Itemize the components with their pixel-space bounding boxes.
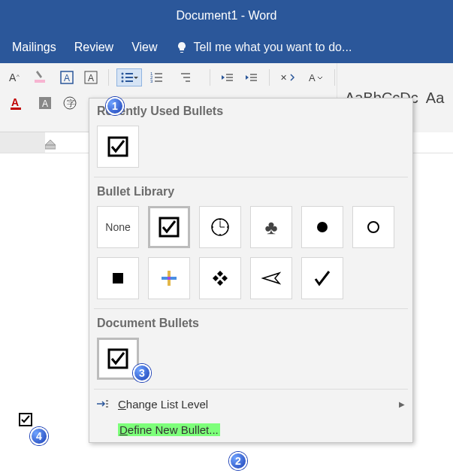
document-bullets-title: Document Bullets — [89, 311, 412, 335]
font-case-dropdown[interactable]: A — [304, 68, 327, 86]
define-new-bullet-menuitem[interactable]: Define New Bullet... — [89, 417, 412, 442]
bullet-colorcross[interactable] — [148, 257, 190, 299]
tab-mailings[interactable]: Mailings — [12, 41, 56, 54]
svg-point-7 — [122, 73, 124, 75]
style-preview-next[interactable]: Aa — [426, 89, 444, 107]
dropdown-divider — [94, 308, 408, 309]
bullets-dropdown[interactable] — [116, 68, 142, 86]
font-color-dropdown[interactable]: A — [6, 93, 30, 113]
annotation-badge-2: 2 — [229, 452, 247, 470]
recent-bullet-checkbox[interactable] — [97, 126, 139, 168]
ribbon-separator — [269, 69, 270, 86]
bullet-clock[interactable] — [199, 206, 241, 248]
svg-rect-8 — [125, 73, 133, 74]
svg-rect-24 — [226, 80, 233, 81]
char-border-icon[interactable]: A — [57, 68, 77, 86]
svg-point-50 — [368, 222, 379, 232]
tell-me[interactable]: Tell me what you want to do... — [176, 41, 352, 54]
ribbon-separator — [108, 69, 109, 86]
submenu-arrow-icon: ▶ — [399, 400, 405, 408]
numbering-dropdown[interactable]: 123 — [146, 68, 172, 86]
svg-text:A: A — [309, 72, 316, 83]
ribbon-separator — [210, 69, 210, 86]
lightbulb-icon — [176, 41, 188, 53]
svg-rect-39 — [45, 145, 56, 149]
char-shading-icon[interactable]: A — [81, 68, 101, 86]
font-grow-icon[interactable]: A^ — [6, 68, 26, 86]
bullet-library-title: Bullet Library — [89, 179, 412, 203]
svg-point-46 — [227, 226, 228, 228]
bullet-square[interactable] — [97, 257, 139, 299]
svg-rect-20 — [183, 77, 190, 78]
svg-rect-14 — [155, 73, 162, 74]
dropdown-divider — [94, 177, 408, 177]
bullet-none[interactable]: None — [97, 206, 139, 248]
tab-view[interactable]: View — [131, 41, 157, 54]
svg-point-48 — [212, 226, 213, 228]
svg-rect-51 — [113, 273, 123, 283]
bullet-four-diamond[interactable] — [199, 257, 241, 299]
svg-text:A: A — [64, 73, 70, 83]
svg-rect-23 — [226, 77, 233, 78]
tab-review[interactable]: Review — [74, 41, 113, 54]
define-new-bullet-label: Define New Bullet... — [118, 423, 220, 436]
increase-indent-icon[interactable] — [242, 68, 261, 87]
svg-point-47 — [219, 234, 221, 235]
svg-rect-16 — [155, 77, 162, 78]
bullet-dot[interactable] — [301, 206, 343, 248]
svg-rect-34 — [11, 108, 21, 110]
svg-text:✕: ✕ — [280, 73, 287, 82]
svg-text:3: 3 — [150, 79, 153, 83]
checkbox-bullet-in-doc — [19, 413, 32, 426]
svg-point-9 — [122, 77, 124, 79]
svg-rect-12 — [125, 80, 133, 82]
svg-text:A: A — [11, 96, 19, 108]
bullet-checkbox[interactable] — [148, 206, 190, 248]
svg-text:^: ^ — [17, 73, 20, 80]
bullets-dropdown-panel: Recently Used Bullets Bullet Library Non… — [89, 98, 413, 443]
svg-rect-25 — [250, 74, 257, 75]
bullet-arrow[interactable] — [250, 257, 292, 299]
window-title: Document1 - Word — [177, 9, 277, 23]
bullet-check[interactable] — [301, 257, 343, 299]
char-shading-2-icon[interactable]: A — [35, 93, 56, 113]
annotation-badge-1: 1 — [106, 97, 124, 115]
ribbon-separator — [334, 69, 335, 86]
multilevel-dropdown[interactable] — [177, 68, 202, 86]
indent-marker-icon[interactable] — [45, 140, 56, 150]
svg-rect-2 — [35, 80, 45, 83]
svg-point-45 — [219, 219, 221, 220]
decrease-indent-icon[interactable] — [218, 68, 237, 87]
enclose-char-icon[interactable]: 字 — [60, 93, 83, 113]
change-level-icon — [95, 399, 109, 409]
annotation-badge-4: 4 — [30, 427, 48, 445]
svg-point-11 — [122, 80, 124, 83]
ruler-margin — [0, 132, 45, 153]
bullet-circle[interactable] — [352, 206, 394, 248]
svg-rect-21 — [186, 80, 190, 82]
highlight-dropdown[interactable] — [30, 68, 53, 86]
svg-rect-18 — [155, 80, 162, 82]
ribbon-tabs: Mailings Review View Tell me what you wa… — [0, 32, 453, 63]
tell-me-label: Tell me what you want to do... — [194, 41, 352, 54]
svg-text:A: A — [88, 73, 94, 83]
svg-text:A: A — [42, 99, 48, 109]
svg-text:A: A — [9, 71, 17, 83]
text-direction-icon[interactable]: ✕ — [277, 68, 300, 86]
change-list-level-menuitem[interactable]: Change List Level ▶ — [89, 391, 412, 417]
svg-rect-26 — [250, 77, 257, 78]
bullet-club[interactable]: ♣ — [250, 206, 292, 248]
change-list-level-label: Change List Level — [118, 398, 208, 411]
svg-rect-10 — [125, 77, 133, 78]
window-titlebar: Document1 - Word — [0, 0, 453, 32]
svg-rect-58 — [106, 406, 108, 408]
svg-rect-22 — [226, 74, 233, 75]
annotation-badge-3: 3 — [133, 364, 151, 382]
dropdown-divider — [94, 389, 408, 390]
svg-rect-54 — [168, 277, 171, 280]
svg-point-49 — [317, 222, 328, 232]
svg-rect-19 — [181, 73, 190, 74]
svg-rect-56 — [106, 400, 108, 402]
svg-rect-57 — [106, 403, 108, 405]
svg-rect-27 — [250, 80, 257, 81]
